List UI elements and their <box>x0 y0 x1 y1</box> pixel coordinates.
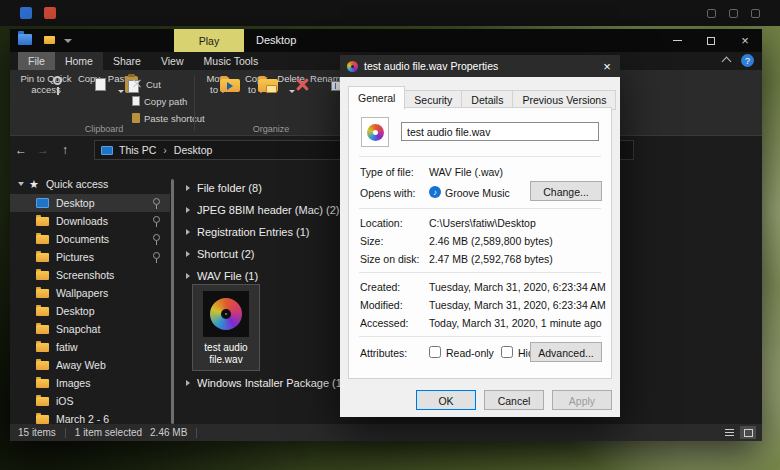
tab-view[interactable]: View <box>151 52 194 70</box>
thumbnail-view-button[interactable] <box>740 426 756 439</box>
tab-general[interactable]: General <box>348 86 405 110</box>
forward-button[interactable]: → <box>32 143 54 157</box>
minimize-icon <box>673 40 682 41</box>
tab-home[interactable]: Home <box>55 52 103 70</box>
sidebar-item-documents[interactable]: Documents <box>10 230 170 248</box>
up-button[interactable]: ↑ <box>54 143 76 157</box>
quick-access-toolbar-folder-icon[interactable] <box>44 36 55 44</box>
copy-to-button[interactable]: Copy to <box>238 73 274 129</box>
thumbnail-view-icon <box>744 429 753 437</box>
size-on-disk-value: 2.47 MB (2,592,768 bytes) <box>429 253 553 265</box>
details-view-button[interactable] <box>721 426 737 439</box>
group-header-file-folder[interactable]: File folder (8) <box>186 182 262 194</box>
cut-button[interactable]: Cut <box>132 77 210 91</box>
breadcrumb-current[interactable]: Desktop <box>174 144 213 156</box>
selection-size-label: 2.46 MB <box>150 427 187 438</box>
breadcrumb-root[interactable]: This PC <box>119 144 156 156</box>
disc-hole <box>373 130 378 135</box>
sidebar-item-downloads[interactable]: Downloads <box>10 212 170 230</box>
dialog-titlebar[interactable]: test audio file.wav Properties × <box>340 55 620 77</box>
dialog-close-button[interactable]: × <box>594 55 620 77</box>
tray-icon <box>729 9 738 18</box>
organize-group-label: Organize <box>196 124 346 134</box>
pin-to-quick-access-button[interactable]: Pin to Quick access <box>18 73 74 129</box>
vertical-scrollbar[interactable] <box>171 179 174 424</box>
sidebar-item-screenshots[interactable]: Screenshots <box>10 266 170 284</box>
explorer-titlebar[interactable]: Play Desktop × <box>10 29 762 52</box>
file-tile-selected[interactable]: test audio file.wav <box>192 284 260 371</box>
item-count-label: 15 items <box>18 427 56 438</box>
paste-shortcut-icon <box>132 113 140 123</box>
help-button[interactable]: ? <box>741 54 754 67</box>
sidebar-item-desktop[interactable]: Desktop <box>10 302 170 320</box>
sidebar-item-snapchat[interactable]: Snapchat <box>10 320 170 338</box>
status-bar: 15 items 1 item selected 2.46 MB <box>10 424 762 441</box>
attributes-label: Attributes: <box>360 347 407 359</box>
group-header-wav-file[interactable]: WAV File (1) <box>186 270 258 282</box>
quick-access-toolbar-chevron-icon[interactable] <box>64 39 72 43</box>
group-header-shortcut[interactable]: Shortcut (2) <box>186 248 254 260</box>
sidebar-item-wallpapers[interactable]: Wallpapers <box>10 284 170 302</box>
size-on-disk-label: Size on disk: <box>360 253 420 265</box>
group-chevron-icon <box>186 185 190 191</box>
group-chevron-icon <box>186 207 190 213</box>
size-label: Size: <box>360 235 383 247</box>
pin-icon <box>153 216 160 223</box>
hidden-checkbox[interactable] <box>501 346 513 358</box>
disc-ring-icon <box>367 124 384 141</box>
minimize-ribbon-chevron-icon[interactable] <box>722 57 732 67</box>
group-chevron-icon <box>186 229 190 235</box>
sidebar-item-quick-access[interactable]: ★ Quick access <box>10 175 170 193</box>
window-controls: × <box>660 29 762 52</box>
navigation-pane: ★ Quick access Desktop Downloads Documen… <box>10 162 170 424</box>
copy-path-icon <box>132 96 140 106</box>
filename-input[interactable] <box>401 122 599 141</box>
separator <box>359 272 601 273</box>
cancel-button[interactable]: Cancel <box>484 390 544 410</box>
read-only-checkbox[interactable] <box>429 346 441 358</box>
minimize-button[interactable] <box>660 29 694 52</box>
disc-center-dot <box>225 313 227 315</box>
desktop: Play Desktop × File Home Share View Musi… <box>0 0 780 470</box>
copy-button[interactable]: Copy <box>74 73 104 129</box>
sidebar-item-pictures[interactable]: Pictures <box>10 248 170 266</box>
paste-shortcut-button[interactable]: Paste shortcut <box>132 111 210 125</box>
wav-file-mini-icon <box>347 61 358 72</box>
separator <box>359 208 601 209</box>
read-only-label: Read-only <box>446 347 494 359</box>
dropdown-caret-icon <box>118 90 124 93</box>
move-to-button[interactable]: Move to <box>200 73 236 129</box>
maximize-icon <box>707 37 715 45</box>
maximize-button[interactable] <box>694 29 728 52</box>
copy-path-button[interactable]: Copy path <box>132 94 210 108</box>
sidebar-item-fatiw[interactable]: fatiw <box>10 338 170 356</box>
location-value: C:\Users\fatiw\Desktop <box>429 217 536 229</box>
advanced-button[interactable]: Advanced... <box>530 342 602 362</box>
close-button[interactable]: × <box>728 29 762 52</box>
change-button[interactable]: Change... <box>530 181 602 201</box>
tab-music-tools[interactable]: Music Tools <box>194 52 269 70</box>
sidebar-item-away-web[interactable]: Away Web <box>10 356 170 374</box>
group-header-jpeg[interactable]: JPEG 8BIM header (Mac) (2) <box>186 204 339 216</box>
sidebar-item-ios[interactable]: iOS <box>10 392 170 410</box>
folder-icon <box>36 271 49 280</box>
ok-button[interactable]: OK <box>416 390 476 410</box>
group-chevron-icon <box>186 251 190 257</box>
background-app-icon-blue <box>20 7 32 19</box>
background-app-icon-red <box>44 7 56 19</box>
back-button[interactable]: ← <box>10 143 32 157</box>
sidebar-item-desktop-pinned[interactable]: Desktop <box>10 194 170 212</box>
sidebar-item-images[interactable]: Images <box>10 374 170 392</box>
contextual-tab-play[interactable]: Play <box>174 29 244 52</box>
tab-share[interactable]: Share <box>103 52 151 70</box>
sidebar-item-march-2-6[interactable]: March 2 - 6 <box>10 410 170 424</box>
apply-button[interactable]: Apply <box>552 390 612 410</box>
accessed-label: Accessed: <box>360 317 408 329</box>
opens-with-label: Opens with: <box>360 187 415 199</box>
group-header-registration[interactable]: Registration Entries (1) <box>186 226 310 238</box>
tab-file[interactable]: File <box>18 52 55 70</box>
group-header-installer[interactable]: Windows Installer Package (1) <box>186 377 346 389</box>
expander-chevron-icon[interactable] <box>18 182 24 186</box>
dropdown-caret-icon <box>289 90 295 93</box>
delete-button[interactable]: Delete <box>274 73 308 129</box>
